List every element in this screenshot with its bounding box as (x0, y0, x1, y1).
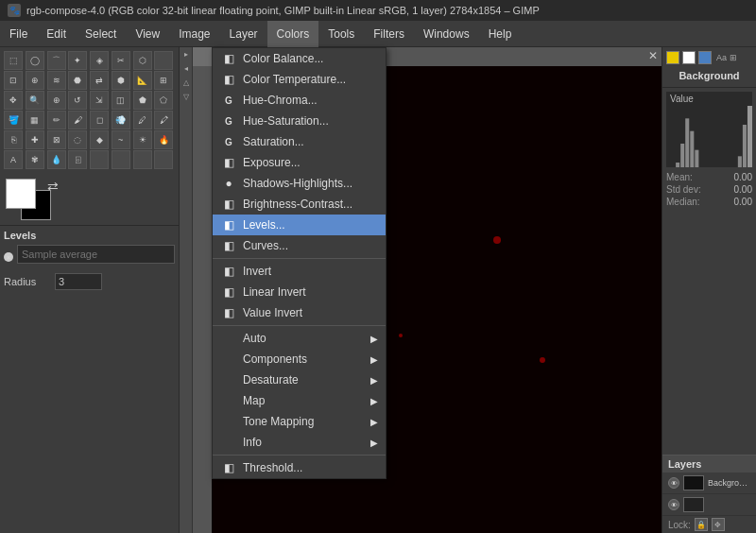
menu-windows[interactable]: Windows (414, 21, 479, 47)
tool-flip[interactable]: ⇄ (90, 71, 109, 90)
menu-select[interactable]: Select (76, 21, 126, 47)
tool-measure[interactable]: 📐 (133, 71, 152, 90)
tool-fill[interactable]: ⌻ (68, 150, 87, 169)
menu-color-balance[interactable]: ◧ Color Balance... (213, 48, 386, 69)
tool-ink[interactable]: 🖊 (133, 111, 152, 129)
tool-smudge[interactable]: ~ (112, 130, 130, 149)
tool-scale[interactable]: ⇲ (90, 91, 109, 110)
tool-fuzzy-select[interactable]: ✦ (68, 51, 87, 70)
menu-hue-chroma[interactable]: G Hue-Chroma... (213, 90, 386, 111)
exposure-label: Exposure... (243, 156, 301, 169)
menu-linear-invert[interactable]: ◧ Linear Invert (213, 282, 386, 302)
lock-alpha-icon[interactable]: 🔒 (695, 518, 708, 531)
tool-blur[interactable]: ◌ (68, 130, 87, 149)
menu-hue-saturation[interactable]: G Hue-Saturation... (213, 111, 386, 131)
menu-tools[interactable]: Tools (318, 21, 364, 47)
tool-gradient[interactable]: ▦ (26, 111, 44, 129)
tool-cage[interactable]: ⬢ (112, 71, 130, 90)
tool-move[interactable]: ✥ (4, 91, 23, 110)
menu-desaturate[interactable]: Desaturate ▶ (213, 370, 386, 390)
tool-sharpen[interactable]: ◆ (90, 130, 109, 149)
menu-filters[interactable]: Filters (364, 21, 414, 47)
menu-color-temperature[interactable]: ◧ Color Temperature... (213, 69, 386, 90)
titlebar-text: rgb-compose-4.0 (RGB color 32-bit linear… (26, 5, 540, 16)
tool-placeholder1[interactable] (154, 51, 173, 70)
menu-auto[interactable]: Auto ▶ (213, 328, 386, 349)
tool-transform[interactable]: ⊕ (26, 71, 44, 90)
tool-scissors[interactable]: ✂ (112, 51, 130, 70)
layer-row-2[interactable]: 👁 (662, 494, 756, 516)
tool-path[interactable]: ✾ (26, 150, 44, 169)
menu-image[interactable]: Image (169, 21, 219, 47)
tool-zoom[interactable]: 🔍 (26, 91, 44, 110)
layer-eye-icon[interactable]: 👁 (668, 477, 679, 489)
tool-burn[interactable]: 🔥 (154, 130, 173, 149)
fg-color-swatch[interactable] (6, 179, 36, 209)
tool-lasso[interactable]: ⌒ (47, 51, 66, 70)
tool-magnify[interactable]: ⊕ (47, 91, 66, 110)
lock-position-icon[interactable]: ✥ (712, 518, 725, 531)
strip-icon-1[interactable]: ▸ (184, 47, 188, 61)
threshold-icon: ◧ (222, 461, 235, 474)
tool-select-by-color[interactable]: ◈ (90, 51, 109, 70)
left-strip: ▸ ◂ △ ▽ (180, 47, 193, 533)
menu-info[interactable]: Info ▶ (213, 432, 386, 453)
tool-eraser[interactable]: ◻ (90, 111, 109, 129)
tool-paintbrush[interactable]: 🖌 (68, 111, 87, 129)
layer-eye-icon-2[interactable]: 👁 (668, 499, 679, 510)
tool-align[interactable]: ⊞ (154, 71, 173, 90)
tool-clone[interactable]: ⎘ (4, 130, 23, 149)
mini-swatch-white[interactable] (682, 51, 696, 64)
menubar: File Edit Select View Image Layer Colors… (0, 21, 756, 47)
sample-average-input[interactable] (17, 245, 175, 264)
tool-heal[interactable]: ✚ (26, 130, 44, 149)
tool-warp[interactable]: ≋ (47, 71, 66, 90)
menu-edit[interactable]: Edit (37, 21, 76, 47)
menu-curves[interactable]: ◧ Curves... (213, 235, 386, 256)
components-icon (222, 352, 235, 366)
tool-mypaint[interactable]: 🖍 (154, 111, 173, 129)
canvas-close-button[interactable]: ✕ (648, 49, 658, 62)
tool-options-close[interactable]: × (4, 252, 13, 262)
mini-swatch-blue[interactable] (698, 51, 712, 64)
tool-rotate[interactable]: ↺ (68, 91, 87, 110)
menu-colors[interactable]: Colors (267, 21, 319, 47)
tool-foreground-select[interactable]: ⬡ (133, 51, 152, 70)
menu-levels[interactable]: ◧ Levels... (213, 215, 386, 235)
menu-tone-mapping[interactable]: Tone Mapping ▶ (213, 411, 386, 432)
tool-ellipse-select[interactable]: ◯ (26, 51, 44, 70)
tool-color-picker[interactable]: 💧 (47, 150, 66, 169)
tool-shear[interactable]: ◫ (112, 91, 130, 110)
menu-value-invert[interactable]: ◧ Value Invert (213, 302, 386, 323)
tool-airbrush[interactable]: 💨 (112, 111, 130, 129)
radius-input[interactable] (55, 273, 102, 290)
menu-file[interactable]: File (0, 21, 37, 47)
tool-crop[interactable]: ⊡ (4, 71, 23, 90)
menu-threshold[interactable]: ◧ Threshold... (213, 457, 386, 478)
color-temperature-label: Color Temperature... (243, 73, 346, 86)
menu-components[interactable]: Components ▶ (213, 349, 386, 370)
tool-perspective-clone[interactable]: ⊠ (47, 130, 66, 149)
menu-invert[interactable]: ◧ Invert (213, 261, 386, 282)
tool-unified-transform[interactable]: ⬠ (154, 91, 173, 110)
tool-bucket-fill[interactable]: 🪣 (4, 111, 23, 129)
menu-exposure[interactable]: ◧ Exposure... (213, 152, 386, 173)
menu-view[interactable]: View (126, 21, 169, 47)
tool-perspective[interactable]: ⬟ (133, 91, 152, 110)
tool-rect-select[interactable]: ⬚ (4, 51, 23, 70)
tool-pencil[interactable]: ✏ (47, 111, 66, 129)
menu-brightness-contrast[interactable]: ◧ Brightness-Contrast... (213, 194, 386, 215)
tool-dodge[interactable]: ☀ (133, 130, 152, 149)
menu-help[interactable]: Help (479, 21, 522, 47)
menu-map[interactable]: Map ▶ (213, 390, 386, 411)
strip-icon-4[interactable]: ▽ (183, 90, 189, 104)
strip-icon-3[interactable]: △ (183, 76, 189, 90)
menu-layer[interactable]: Layer (220, 21, 267, 47)
tool-text[interactable]: A (4, 150, 23, 169)
menu-saturation[interactable]: G Saturation... (213, 131, 386, 152)
tool-3d-transform[interactable]: ⬣ (68, 71, 87, 90)
mini-swatch-yellow[interactable] (666, 51, 679, 64)
strip-icon-2[interactable]: ◂ (184, 61, 188, 76)
layer-row-1[interactable]: 👁 Background (662, 473, 756, 494)
menu-shadows-highlights[interactable]: ● Shadows-Highlights... (213, 173, 386, 194)
